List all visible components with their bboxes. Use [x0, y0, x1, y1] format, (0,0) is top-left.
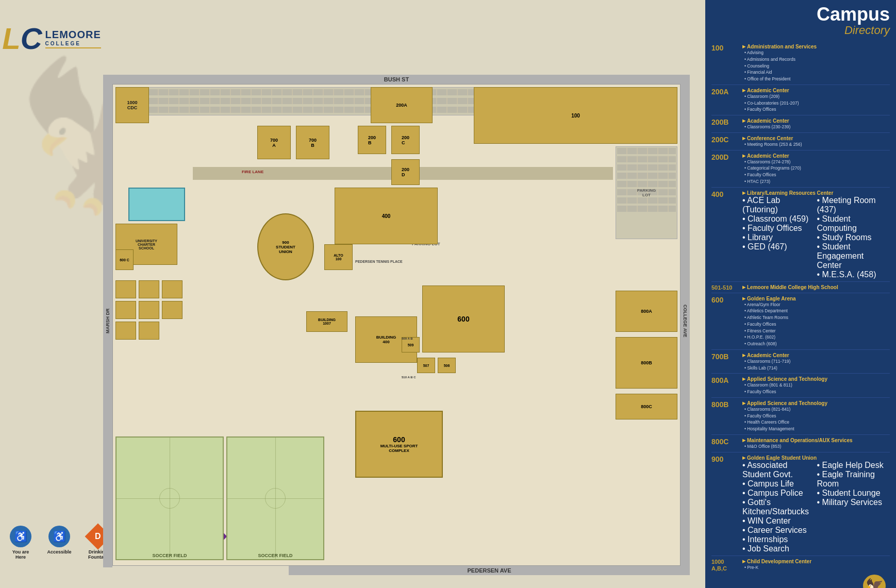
dir-items-800b: • Classrooms (821-841) • Faculty Offices… [742, 406, 887, 432]
dir-items-100: • Advising • Admissions and Records • Co… [742, 49, 887, 82]
building-600c: 600 C [115, 249, 134, 270]
logo-lc: LC [2, 25, 42, 52]
dir-number-100: 100 [711, 44, 742, 82]
label-509ab: 509 A B [402, 337, 413, 340]
pool-area [128, 188, 185, 221]
dir-entry-200d: 200D Academic Center • Classrooms (274-2… [711, 153, 890, 188]
dir-entry-200b: 200B Academic Center • Classrooms (230-2… [711, 118, 890, 133]
dir-number-900: 900 [711, 455, 742, 553]
title-campus: Campus [711, 5, 890, 24]
dir-number-501: 501-510 [711, 284, 742, 291]
dir-number-800a: 800A [711, 376, 742, 395]
accessible-icon: ♿ [48, 526, 70, 547]
dir-entry-700b: 700B Academic Center • Classrooms (711-7… [711, 352, 890, 374]
soccer-label-1: SOCCER FIELD [117, 553, 223, 558]
dir-entry-800c: 800C Maintenance and Operations/AUX Serv… [711, 438, 890, 452]
dir-number-700b: 700B [711, 352, 742, 372]
soccer-field-1: SOCCER FIELD [115, 436, 224, 560]
logo-lemoore: LEMOORE [45, 29, 101, 41]
label-510ab: 510 A B C [402, 376, 416, 379]
legend-you-are-here: ♿ You areHere [5, 526, 36, 560]
campus-ground: 1000CDC UNIVERSITYCHARTERSCHOOL 600 C [112, 84, 681, 566]
dir-title-501: Lemoore Middle College High School [742, 284, 887, 290]
dir-items-200b: • Classrooms (230-239) [742, 124, 887, 130]
dir-entry-200a: 200A Academic Center • Classroom (209) •… [711, 88, 890, 115]
street-college: COLLEGE AVE [681, 75, 690, 567]
pedersen-tennis: PEDERSEN TENNIS PLACE [355, 260, 403, 263]
dir-number-1000: 1000A,B,C [711, 559, 742, 589]
eagle-icon: 🦅 [861, 573, 887, 588]
dir-content-100: Administration and Services • Advising •… [742, 44, 887, 82]
street-marsh: MARSH DR [103, 75, 112, 567]
building-1007: BUILDING1007 [306, 311, 347, 332]
dir-entry-501: 501-510 Lemoore Middle College High Scho… [711, 284, 890, 293]
dir-content-200c: Conference Center • Meeting Rooms (253 &… [742, 136, 887, 148]
building-400-library: 400 [335, 188, 438, 244]
dir-number-200a: 200A [711, 88, 742, 113]
dir-content-600: Golden Eagle Arena • Arena/Gym Floor • A… [742, 296, 887, 347]
building-200d: 200D [391, 159, 420, 185]
dir-entry-800b: 800B Applied Science and Technology • Cl… [711, 400, 890, 435]
dir-title-700b: Academic Center [742, 352, 887, 358]
dir-col1-900: • Associated Student Govt. • Campus Life… [742, 461, 813, 553]
dir-title-400: Library/Learning Resources Center [742, 190, 887, 196]
dir-number-600: 600 [711, 296, 742, 347]
dir-content-400: Library/Learning Resources Center • ACE … [742, 190, 887, 279]
dir-number-200b: 200B [711, 118, 742, 130]
dir-title-200b: Academic Center [742, 118, 887, 124]
building-200a: 200A [371, 87, 433, 123]
building-600-complex: 600 MULTI-USE SPORT COMPLEX [355, 411, 443, 478]
dir-title-200c: Conference Center [742, 136, 887, 141]
dir-col2-400: • Meeting Room (437) • Student Computing… [817, 196, 888, 279]
fire-lane-label: FIRE LANE [242, 170, 263, 174]
legend-accessible: ♿ Accessible [44, 526, 75, 555]
dir-title-200d: Academic Center [742, 153, 887, 159]
logo-area: LC LEMOORE COLLEGE [5, 5, 98, 72]
building-200c: 200C [391, 126, 420, 154]
logo-college: COLLEGE [45, 41, 101, 46]
title-directory: Directory [711, 24, 890, 37]
dir-content-200d: Academic Center • Classrooms (274-278) •… [742, 153, 887, 185]
street-pedersen: PEDERSEN AVE [289, 566, 690, 575]
main-container: LC LEMOORE COLLEGE 🦅 BUSH ST PEDERSEN AV… [0, 0, 896, 588]
dir-title-200a: Academic Center [742, 88, 887, 93]
dir-number-200c: 200C [711, 136, 742, 148]
dir-items-600: • Arena/Gym Floor • Athletics Department… [742, 301, 887, 347]
building-800a: 800A [616, 291, 677, 332]
dir-items-400: • ACE Lab (Tutoring) • Classroom (459) •… [742, 196, 887, 279]
dir-items-900: • Associated Student Govt. • Campus Life… [742, 461, 887, 553]
building-100: 100 [474, 87, 677, 144]
dir-content-800c: Maintenance and Operations/AUX Services … [742, 438, 887, 450]
building-left-cluster [115, 280, 182, 342]
sidebar: Campus Directory 100 Administration and … [705, 0, 896, 588]
dir-col2-900: • Eagle Help Desk • Eagle Training Room … [817, 461, 888, 553]
building-700b: 700B [296, 126, 329, 159]
building-800c: 800C [616, 394, 677, 419]
building-900: 900 STUDENT UNION [257, 213, 314, 280]
dir-content-501: Lemoore Middle College High School [742, 284, 887, 291]
dir-items-800a: • Classroom (801 & 811) • Faculty Office… [742, 382, 887, 395]
building-alto: ALTO100 [324, 244, 353, 270]
you-are-here-label: You areHere [12, 549, 29, 560]
dir-entry-200c: 200C Conference Center • Meeting Rooms (… [711, 136, 890, 150]
building-800b: 800B [616, 337, 677, 389]
building-506: 506 [438, 358, 456, 373]
dir-number-200d: 200D [711, 153, 742, 185]
dir-entry-400: 400 Library/Learning Resources Center • … [711, 190, 890, 282]
building-507: 507 [417, 358, 435, 373]
dir-title-800a: Applied Science and Technology [742, 376, 887, 382]
parking-right-1: PARKINGLOT [616, 146, 677, 239]
building-700a: 700A [257, 126, 291, 159]
dir-entry-100: 100 Administration and Services • Advisi… [711, 44, 890, 85]
you-are-here-icon: ♿ [10, 526, 31, 547]
dir-title-100: Administration and Services [742, 44, 887, 49]
dir-title-600: Golden Eagle Arena [742, 296, 887, 301]
accessible-label: Accessible [47, 549, 71, 555]
dir-title-900: Golden Eagle Student Union [742, 455, 887, 461]
dir-entry-900: 900 Golden Eagle Student Union • Associa… [711, 455, 890, 556]
dir-number-400: 400 [711, 190, 742, 279]
dir-items-700b: • Classrooms (711-719) • Skills Lab (714… [742, 358, 887, 372]
dir-content-700b: Academic Center • Classrooms (711-719) •… [742, 352, 887, 372]
dir-content-900: Golden Eagle Student Union • Associated … [742, 455, 887, 553]
dir-title-800b: Applied Science and Technology [742, 400, 887, 406]
